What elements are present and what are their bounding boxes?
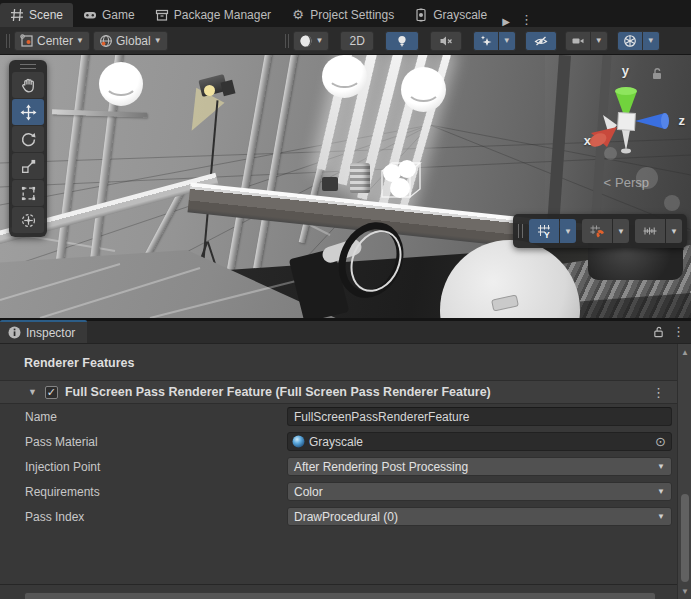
tab-inspector-label: Inspector bbox=[26, 326, 75, 340]
2d-label: 2D bbox=[349, 34, 364, 48]
light-bulb-icon bbox=[395, 34, 409, 48]
gizmos-dropdown[interactable]: ▼ bbox=[643, 31, 660, 51]
pivot-mode-label: Center bbox=[37, 34, 73, 48]
inspector-tab-strip: Inspector ⋮ bbox=[0, 321, 691, 344]
rect-tool[interactable] bbox=[12, 180, 44, 206]
light-gizmo[interactable] bbox=[401, 67, 446, 112]
inspector-menu-icon[interactable]: ⋮ bbox=[672, 324, 685, 339]
chevron-down-icon: ▼ bbox=[503, 36, 511, 45]
renderer-feature-header[interactable]: ▼ ✓ Full Screen Pass Renderer Feature (F… bbox=[0, 380, 691, 404]
rotate-tool[interactable] bbox=[12, 126, 44, 152]
gamepad-icon bbox=[83, 8, 97, 22]
perspective-label[interactable]: <Persp bbox=[603, 175, 649, 190]
property-label: Injection Point bbox=[25, 460, 287, 474]
grid-dropdown[interactable]: ▼ bbox=[560, 219, 576, 243]
effects-dropdown[interactable]: ▼ bbox=[499, 31, 516, 51]
scroll-down-icon[interactable]: ▼ bbox=[678, 587, 691, 596]
tool-handle-pivot-dropdown[interactable]: Center ▼ bbox=[14, 31, 90, 51]
transform-tool[interactable] bbox=[12, 207, 44, 233]
draw-mode-dropdown[interactable]: ▼ bbox=[293, 31, 330, 51]
chevron-down-icon: ▼ bbox=[670, 227, 678, 236]
tab-project-settings-label: Project Settings bbox=[310, 8, 394, 22]
gizmos-sphere-icon bbox=[623, 34, 637, 48]
effects-toggle[interactable] bbox=[473, 31, 499, 51]
property-row-pass-material: Pass Material Grayscale ⊙ bbox=[0, 429, 691, 454]
feature-title: Full Screen Pass Renderer Feature (Full … bbox=[65, 385, 491, 399]
camera-settings-button[interactable] bbox=[565, 31, 591, 51]
tab-scene[interactable]: Scene bbox=[0, 3, 73, 27]
snapbar-drag-handle[interactable] bbox=[518, 224, 523, 238]
tab-grayscale-label: Grayscale bbox=[433, 8, 487, 22]
inspector-body: Renderer Features ▼ ✓ Full Screen Pass R… bbox=[0, 344, 691, 599]
rotate-icon bbox=[20, 131, 37, 148]
tool-handle-rotation-dropdown[interactable]: Global ▼ bbox=[93, 31, 168, 51]
chevron-down-icon: ▼ bbox=[154, 36, 162, 45]
tools-drag-handle[interactable] bbox=[12, 63, 44, 70]
snap-settings-dropdown[interactable]: ▼ bbox=[666, 219, 682, 243]
add-renderer-feature-button[interactable]: Add Renderer Feature bbox=[24, 592, 656, 599]
bokeh-dot bbox=[664, 195, 680, 211]
light-gizmo[interactable] bbox=[322, 55, 367, 98]
axis-x-cone bbox=[587, 127, 617, 150]
scroll-up-icon[interactable]: ▲ bbox=[678, 348, 691, 357]
spotlight-lens bbox=[204, 85, 215, 96]
toggle-2d-button[interactable]: 2D bbox=[340, 31, 373, 51]
chevron-down-icon: ▼ bbox=[76, 36, 84, 45]
inspector-scrollbar[interactable]: ▲ ▼ bbox=[677, 344, 691, 599]
scene-visibility-toggle[interactable] bbox=[525, 31, 557, 51]
axis-z-label[interactable]: z bbox=[679, 113, 686, 128]
inspector-panel: Inspector ⋮ Renderer Features ▼ ✓ Full S… bbox=[0, 318, 691, 599]
scene-lighting-toggle[interactable] bbox=[385, 31, 419, 51]
tab-package-manager-label: Package Manager bbox=[174, 8, 271, 22]
feature-enabled-checkbox[interactable]: ✓ bbox=[45, 386, 58, 399]
tab-overflow-arrow[interactable]: ▶ bbox=[498, 16, 514, 27]
scene-grid-icon bbox=[10, 8, 24, 22]
property-row-requirements: Requirements Color ▼ bbox=[0, 479, 691, 504]
eye-slash-icon bbox=[534, 34, 548, 48]
unlock-icon[interactable] bbox=[653, 325, 664, 338]
name-input[interactable] bbox=[287, 407, 672, 426]
axis-cube bbox=[618, 113, 636, 131]
injection-point-dropdown[interactable]: After Rendering Post Processing ▼ bbox=[287, 457, 672, 476]
toolbar-separator bbox=[285, 34, 289, 48]
toolbar-drag-handle[interactable] bbox=[6, 34, 10, 48]
tab-game[interactable]: Game bbox=[73, 3, 145, 27]
gizmos-toggle[interactable] bbox=[617, 31, 643, 51]
object-picker-icon[interactable]: ⊙ bbox=[652, 434, 669, 449]
pass-material-object-field[interactable]: Grayscale ⊙ bbox=[287, 432, 672, 451]
light-gizmo[interactable] bbox=[99, 62, 143, 106]
rect-tool-icon bbox=[20, 185, 37, 202]
orientation-gizmo[interactable] bbox=[573, 63, 683, 193]
scene-view-toolbar: Center ▼ Global ▼ ▼ 2D ▼ bbox=[0, 27, 691, 55]
audio-mute-toggle[interactable] bbox=[430, 31, 462, 51]
tab-package-manager[interactable]: Package Manager bbox=[145, 3, 281, 27]
pass-index-value: DrawProcedural (0) bbox=[294, 510, 398, 524]
grid-visibility-button[interactable]: Y bbox=[529, 219, 559, 243]
feature-menu-icon[interactable]: ⋮ bbox=[652, 385, 665, 400]
snap-settings-button[interactable] bbox=[635, 219, 665, 243]
tab-inspector[interactable]: Inspector bbox=[0, 320, 87, 343]
tab-grayscale[interactable]: Grayscale bbox=[404, 3, 496, 27]
pass-index-dropdown[interactable]: DrawProcedural (0) ▼ bbox=[287, 507, 672, 526]
scale-tool[interactable] bbox=[12, 153, 44, 179]
axis-x-label[interactable]: x bbox=[584, 133, 591, 148]
globe-icon bbox=[99, 34, 113, 48]
camera-dropdown[interactable]: ▼ bbox=[591, 31, 608, 51]
foldout-icon[interactable]: ▼ bbox=[28, 387, 37, 397]
snap-increment-button[interactable] bbox=[582, 219, 612, 243]
info-icon bbox=[8, 326, 21, 339]
chevron-down-icon: ▼ bbox=[657, 462, 665, 471]
view-hand-tool[interactable] bbox=[12, 72, 44, 98]
axis-y-label[interactable]: y bbox=[622, 63, 629, 78]
tab-bar-menu-icon[interactable]: ⋮ bbox=[514, 12, 539, 27]
move-tool[interactable] bbox=[12, 99, 44, 125]
scene-viewport[interactable]: y z x <Persp bbox=[0, 55, 691, 318]
renderer-features-heading: Renderer Features bbox=[0, 344, 691, 380]
snap-increment-dropdown[interactable]: ▼ bbox=[613, 219, 629, 243]
unlock-icon[interactable] bbox=[651, 67, 663, 80]
requirements-dropdown[interactable]: Color ▼ bbox=[287, 482, 672, 501]
gear-icon: ⚙ bbox=[291, 8, 305, 22]
canister-prop bbox=[350, 163, 370, 193]
tab-project-settings[interactable]: ⚙ Project Settings bbox=[281, 3, 404, 27]
scrollbar-thumb[interactable] bbox=[681, 494, 689, 582]
